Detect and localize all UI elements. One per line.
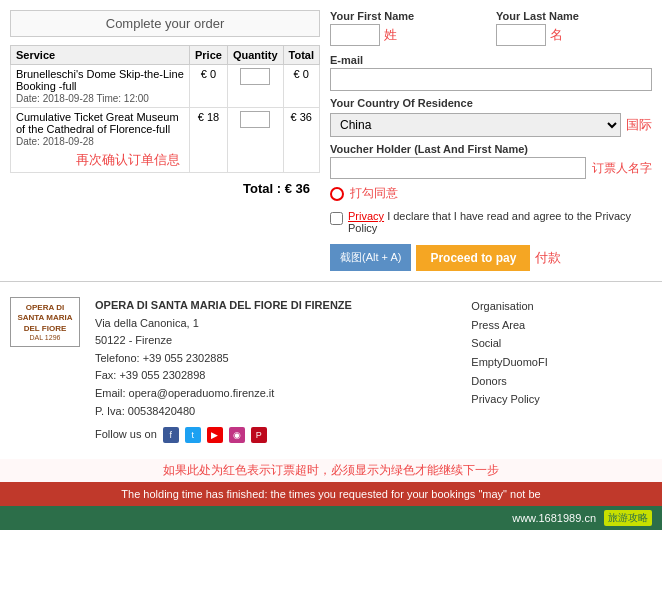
footer-fax: Fax: +39 055 2302898	[95, 367, 456, 385]
service-cell-1: Brunelleschi's Dome Skip-the-Line Bookin…	[11, 65, 190, 108]
youtube-icon[interactable]: ▶	[207, 427, 223, 443]
country-group: Your Country Of Residence China 国际	[330, 97, 652, 137]
voucher-input[interactable]: LI YAO,WU YING,ZHANG YAJIE,WA	[330, 157, 586, 179]
voucher-label: Voucher Holder (Last And First Name)	[330, 143, 652, 155]
footer-col1: OPERA DI SANTA MARIA DEL FIORE DI FIRENZ…	[95, 297, 456, 444]
country-label: Your Country Of Residence	[330, 97, 652, 109]
country-row: China 国际	[330, 113, 652, 137]
col-total: Total	[283, 46, 319, 65]
voucher-chinese: 订票人名字	[592, 160, 652, 177]
footer-logo-sub: DAL 1296	[16, 334, 74, 341]
email-group: E-mail 个人邮箱	[330, 54, 652, 91]
last-name-input[interactable]: YAO	[496, 24, 546, 46]
complete-order-title: Complete your order	[10, 10, 320, 37]
footer-logo-text: OPERA DI SANTA MARIA DEL FIORE	[16, 303, 74, 334]
service-cell-2: Cumulative Ticket Great Museum of the Ca…	[11, 108, 190, 173]
follow-label: Follow us on	[95, 426, 157, 444]
footer-link-0[interactable]: Organisation	[471, 297, 652, 316]
name-row: Your First Name LI 姓 Your Last Name YAO …	[330, 10, 652, 46]
instagram-icon[interactable]: ◉	[229, 427, 245, 443]
pinterest-icon[interactable]: P	[251, 427, 267, 443]
facebook-icon[interactable]: f	[163, 427, 179, 443]
col-price: Price	[189, 46, 227, 65]
proceed-button[interactable]: Proceed to pay	[416, 245, 530, 271]
privacy-row: Privacy I declare that I have read and a…	[330, 210, 652, 234]
table-row: Cumulative Ticket Great Museum of the Ca…	[11, 108, 320, 173]
footer-link-1[interactable]: Press Area	[471, 316, 652, 335]
order-table: Service Price Quantity Total Brunellesch…	[10, 45, 320, 173]
price-cell-2: € 18	[189, 108, 227, 173]
qty-cell-2[interactable]: 2	[227, 108, 283, 173]
total-cell-1: € 0	[283, 65, 319, 108]
voucher-annotation-row: LI YAO,WU YING,ZHANG YAJIE,WA 订票人名字	[330, 157, 652, 179]
privacy-checkbox[interactable]	[330, 212, 343, 225]
qty-cell-1[interactable]: 2	[227, 65, 283, 108]
country-select[interactable]: China	[330, 113, 621, 137]
order-total: Total : € 36	[10, 181, 320, 196]
warning-bar: The holding time has finished: the times…	[0, 482, 662, 506]
first-name-input[interactable]: LI	[330, 24, 380, 46]
footer-logo-box: OPERA DI SANTA MARIA DEL FIORE DAL 1296	[10, 297, 80, 347]
last-name-label: Your Last Name	[496, 10, 652, 22]
first-name-chinese: 姓	[384, 26, 397, 44]
col-service: Service	[11, 46, 190, 65]
twitter-icon[interactable]: t	[185, 427, 201, 443]
footer-phone: Telefono: +39 055 2302885	[95, 350, 456, 368]
footer-logo: OPERA DI SANTA MARIA DEL FIORE DAL 1296	[10, 297, 80, 347]
footer-link-5[interactable]: Privacy Policy	[471, 390, 652, 409]
privacy-circle-icon	[330, 187, 344, 201]
total-cell-2: € 36	[283, 108, 319, 173]
footer-address1: Via della Canonica, 1	[95, 315, 456, 333]
footer-link-2[interactable]: Social	[471, 334, 652, 353]
footer-address2: 50122 - Firenze	[95, 332, 456, 350]
chinese-bottom-note: 如果此处为红色表示订票超时，必须显示为绿色才能继续下一步	[0, 459, 662, 482]
privacy-link[interactable]: Privacy	[348, 210, 384, 222]
privacy-text: Privacy I declare that I have read and a…	[348, 210, 652, 234]
last-name-chinese: 名	[550, 26, 563, 44]
country-chinese: 国际	[626, 116, 652, 134]
qty-input-1[interactable]: 2	[240, 68, 270, 85]
footer-piva: P. Iva: 00538420480	[95, 403, 456, 421]
footer-email[interactable]: Email: opera@operaduomo.firenze.it	[95, 385, 456, 403]
qty-input-2[interactable]: 2	[240, 111, 270, 128]
email-label: E-mail	[330, 54, 652, 66]
price-cell-1: € 0	[189, 65, 227, 108]
watermark-bar: www.1681989.cn 旅游攻略	[0, 506, 662, 530]
chinese-note: 再次确认订单信息	[76, 151, 184, 169]
footer-link-3[interactable]: EmptyDuomoFI	[471, 353, 652, 372]
table-row: Brunelleschi's Dome Skip-the-Line Bookin…	[11, 65, 320, 108]
email-input[interactable]: 个人邮箱	[330, 68, 652, 91]
last-name-group: Your Last Name YAO 名	[496, 10, 652, 46]
footer-link-4[interactable]: Donors	[471, 372, 652, 391]
footer-col2: Organisation Press Area Social EmptyDuom…	[471, 297, 652, 409]
main-content: Complete your order Service Price Quanti…	[0, 0, 662, 281]
footer: OPERA DI SANTA MARIA DEL FIORE DAL 1296 …	[0, 281, 662, 459]
watermark-url: www.1681989.cn	[512, 512, 596, 524]
action-buttons: 截图(Alt + A) Proceed to pay 付款	[330, 244, 652, 271]
first-name-label: Your First Name	[330, 10, 486, 22]
follow-row: Follow us on f t ▶ ◉ P	[95, 426, 456, 444]
privacy-chinese: 打勾同意	[350, 185, 398, 202]
watermark-badge: 旅游攻略	[604, 510, 652, 526]
left-panel: Complete your order Service Price Quanti…	[10, 10, 320, 271]
first-name-group: Your First Name LI 姓	[330, 10, 486, 46]
voucher-group: Voucher Holder (Last And First Name) LI …	[330, 143, 652, 179]
privacy-section: 打勾同意 Privacy I declare that I have read …	[330, 185, 652, 234]
pay-chinese: 付款	[535, 249, 561, 267]
col-quantity: Quantity	[227, 46, 283, 65]
org-name: OPERA DI SANTA MARIA DEL FIORE DI FIRENZ…	[95, 297, 456, 315]
screenshot-button[interactable]: 截图(Alt + A)	[330, 244, 411, 271]
right-panel: Your First Name LI 姓 Your Last Name YAO …	[330, 10, 652, 271]
